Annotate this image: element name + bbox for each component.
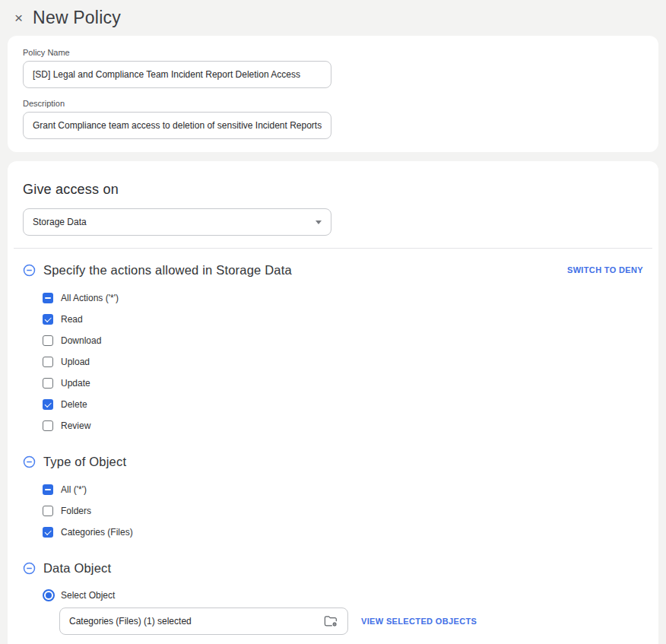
checkbox-row-delete[interactable]: Delete xyxy=(43,398,643,411)
description-input[interactable] xyxy=(23,112,331,139)
folder-gear-icon[interactable] xyxy=(323,614,338,628)
checkbox-row-update[interactable]: Update xyxy=(43,377,643,389)
checkbox-row-upload[interactable]: Upload xyxy=(43,356,643,368)
checkbox-label: Delete xyxy=(61,399,87,410)
switch-to-deny-link[interactable]: SWITCH TO DENY xyxy=(567,265,643,274)
access-on-select[interactable]: Storage Data xyxy=(23,208,331,236)
checkbox-label: All Actions ('*') xyxy=(61,293,119,303)
checkbox-label: Categories (Files) xyxy=(61,527,133,538)
checkbox-label: Download xyxy=(61,335,101,346)
checkbox-all-actions[interactable] xyxy=(43,293,53,303)
checkbox-review[interactable] xyxy=(43,420,53,431)
give-access-on-heading: Give access on xyxy=(23,182,643,198)
checkbox-update[interactable] xyxy=(43,378,53,389)
checkbox-download[interactable] xyxy=(43,335,53,346)
checkbox-categories-files[interactable] xyxy=(43,527,53,538)
access-config-card: Give access on Storage Data Specify the … xyxy=(8,161,658,644)
select-object-radio-row[interactable]: Select Object xyxy=(23,589,643,601)
caret-down-icon xyxy=(316,220,322,224)
checkbox-label: All ('*') xyxy=(61,484,87,495)
actions-section-header: Specify the actions allowed in Storage D… xyxy=(23,261,643,279)
checkbox-label: Read xyxy=(61,314,83,325)
object-type-section-header: Type of Object xyxy=(23,452,643,471)
close-icon[interactable]: × xyxy=(14,11,24,25)
checkbox-row-read[interactable]: Read xyxy=(43,313,643,325)
view-selected-objects-link[interactable]: VIEW SELECTED OBJECTS xyxy=(361,617,477,626)
object-type-section-title: Type of Object xyxy=(43,455,643,469)
collapse-circle-minus-icon[interactable] xyxy=(23,264,36,277)
object-picker-value: Categories (Files) (1) selected xyxy=(69,616,192,627)
actions-checkbox-list: All Actions ('*') Read Download Upload U… xyxy=(23,292,643,432)
access-on-selected-value: Storage Data xyxy=(33,217,87,227)
checkbox-label: Upload xyxy=(61,357,90,367)
page-title: New Policy xyxy=(33,8,121,28)
policy-name-field-group: Policy Name xyxy=(23,48,643,88)
checkbox-row-categories-files[interactable]: Categories (Files) xyxy=(43,526,643,538)
collapse-circle-minus-icon[interactable] xyxy=(23,455,36,468)
checkbox-label: Review xyxy=(61,420,90,431)
checkbox-folders[interactable] xyxy=(43,506,53,516)
checkbox-row-download[interactable]: Download xyxy=(43,335,643,347)
data-object-section-title: Data Object xyxy=(43,561,643,576)
checkbox-row-review[interactable]: Review xyxy=(43,420,643,432)
checkbox-all[interactable] xyxy=(43,484,53,495)
divider xyxy=(14,248,652,249)
object-type-checkbox-list: All ('*') Folders Categories (Files) xyxy=(23,484,643,538)
description-field-group: Description xyxy=(23,99,643,139)
object-picker[interactable]: Categories (Files) (1) selected xyxy=(59,608,348,635)
checkbox-upload[interactable] xyxy=(43,357,53,367)
policy-details-card: Policy Name Description xyxy=(8,36,658,152)
checkbox-read[interactable] xyxy=(43,314,53,325)
policy-name-input[interactable] xyxy=(23,61,331,88)
select-object-radio-label: Select Object xyxy=(61,590,115,601)
select-object-radio[interactable] xyxy=(43,589,55,601)
checkbox-label: Update xyxy=(61,378,90,389)
checkbox-row-folders[interactable]: Folders xyxy=(43,505,643,517)
actions-section-title: Specify the actions allowed in Storage D… xyxy=(43,263,567,278)
checkbox-label: Folders xyxy=(61,506,91,516)
page-header: × New Policy xyxy=(0,0,666,30)
new-policy-page: × New Policy Policy Name Description Giv… xyxy=(0,0,666,644)
collapse-circle-minus-icon[interactable] xyxy=(23,562,36,575)
policy-name-label: Policy Name xyxy=(23,48,643,57)
checkbox-row-all[interactable]: All ('*') xyxy=(43,484,643,496)
checkbox-row-all-actions[interactable]: All Actions ('*') xyxy=(43,292,643,304)
description-label: Description xyxy=(23,99,643,108)
data-object-section-header: Data Object xyxy=(23,559,643,577)
object-picker-row: Categories (Files) (1) selected VIEW SEL… xyxy=(23,608,643,635)
checkbox-delete[interactable] xyxy=(43,399,53,410)
